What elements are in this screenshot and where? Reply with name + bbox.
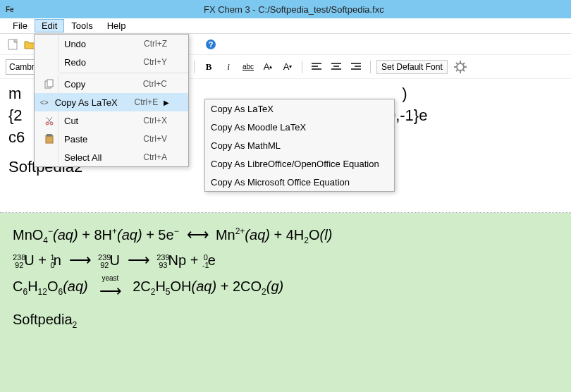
menu-tools[interactable]: Tools [64, 19, 99, 32]
menu-paste[interactable]: PasteCtrl+V [35, 130, 188, 148]
equation-line: MnO4−(aq) + 8H+(aq) + 5e− ⟷ Mn2+(aq) + 4… [13, 226, 558, 245]
svg-point-3 [457, 63, 464, 71]
menu-bar: File Edit Tools Help [0, 18, 571, 34]
menu-edit[interactable]: Edit [35, 19, 64, 32]
output-text: Softpedia2 [13, 312, 558, 330]
align-right-button[interactable] [348, 59, 364, 75]
svg-rect-17 [47, 134, 51, 136]
menu-copy-as-latex[interactable]: <>Copy As LaTeXCtrl+E▶ [35, 93, 188, 111]
copy-as-submenu: Copy As LaTeX Copy As Moodle LaTeX Copy … [204, 99, 395, 192]
copy-icon [44, 79, 54, 89]
underline-button[interactable]: abc [240, 59, 257, 75]
title-bar: Fe FX Chem 3 - C:/Softpedia_test/Softped… [0, 0, 571, 18]
submenu-copy-as-libreoffice[interactable]: Copy As LibreOffice/OpenOffice Equation [205, 154, 394, 173]
window-title: FX Chem 3 - C:/Softpedia_test/Softpedia.… [23, 4, 565, 15]
submenu-copy-as-msoffice[interactable]: Copy As Microsoft Office Equation [205, 173, 394, 191]
svg-line-8 [456, 63, 458, 64]
svg-rect-13 [47, 80, 53, 87]
cut-icon [44, 116, 54, 125]
italic-button[interactable]: i [220, 59, 237, 75]
submenu-arrow-icon: ▶ [164, 99, 169, 106]
menu-file[interactable]: File [6, 19, 35, 32]
menu-help[interactable]: Help [100, 19, 133, 32]
bold-button[interactable]: B [200, 59, 217, 75]
equation-line: C6H12O6(aq) yeast⟶ 2C2H5OH(aq) + 2CO2(g) [13, 275, 558, 300]
menu-undo[interactable]: UndoCtrl+Z [35, 35, 188, 53]
menu-copy[interactable]: CopyCtrl+C [35, 75, 188, 93]
editor-text: {2 [8, 106, 23, 124]
svg-line-11 [463, 63, 465, 64]
editor-text: c6 [8, 128, 25, 146]
menu-separator [59, 73, 188, 73]
set-default-font-button[interactable]: Set Default Font [376, 60, 448, 74]
equation-line: 23892U + 10n ⟶ 23992U ⟶ 23993Np + 0-1e [13, 251, 558, 269]
submenu-copy-as-moodle-latex[interactable]: Copy As Moodle LaTeX [205, 118, 394, 136]
code-icon: <> [40, 99, 49, 106]
toolbar-separator [194, 61, 195, 73]
formula-right: 2C2H5OH(aq) + 2CO2(g) [133, 278, 283, 294]
submenu-copy-as-mathml[interactable]: Copy As MathML [205, 136, 394, 154]
editor-text: ) [402, 85, 407, 102]
settings-button[interactable] [450, 59, 470, 75]
svg-rect-16 [46, 135, 53, 143]
editor-text: m [8, 85, 21, 102]
align-center-button[interactable] [328, 59, 345, 75]
align-left-button[interactable] [308, 59, 325, 75]
menu-cut[interactable]: CutCtrl+X [35, 111, 188, 130]
output-preview: MnO4−(aq) + 8H+(aq) + 5e− ⟷ Mn2+(aq) + 4… [0, 213, 571, 392]
menu-select-all[interactable]: Select AllCtrl+A [35, 148, 188, 166]
new-file-icon[interactable] [6, 37, 20, 51]
submenu-copy-as-latex[interactable]: Copy As LaTeX [205, 99, 394, 118]
app-icon: Fe [6, 6, 14, 13]
formula-left: C6H12O6(aq) [13, 278, 88, 294]
decrease-font-button[interactable]: A▾ [279, 59, 296, 75]
svg-line-9 [463, 70, 465, 71]
help-icon[interactable]: ? [204, 37, 218, 51]
menu-redo[interactable]: RedoCtrl+Y [35, 53, 188, 71]
paste-icon [45, 134, 54, 144]
toolbar-separator [302, 61, 302, 73]
increase-font-button[interactable]: A▴ [259, 59, 276, 75]
edit-dropdown: UndoCtrl+Z RedoCtrl+Y CopyCtrl+C <>Copy … [34, 34, 189, 167]
toolbar-separator [370, 61, 371, 73]
svg-text:?: ? [209, 40, 214, 49]
svg-line-10 [456, 70, 458, 71]
